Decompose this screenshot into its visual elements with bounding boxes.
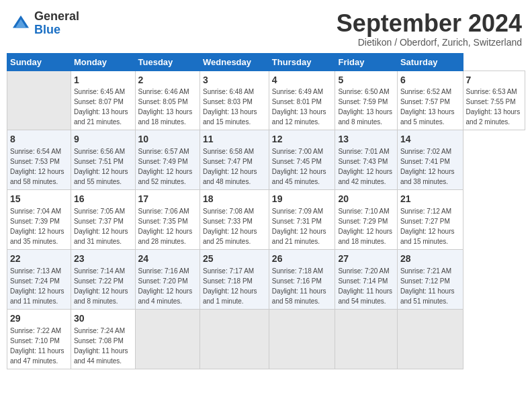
calendar-day-cell [269, 310, 335, 369]
day-info: Sunrise: 6:53 AMSunset: 7:55 PMDaylight:… [466, 88, 521, 126]
page-header: General Blue September 2024 Dietikon / O… [7, 7, 525, 48]
weekday-header-cell: Tuesday [135, 53, 200, 71]
day-info: Sunrise: 7:13 AMSunset: 7:24 PMDaylight:… [10, 267, 64, 305]
calendar-day-cell: 20Sunrise: 7:10 AMSunset: 7:29 PMDayligh… [335, 190, 397, 250]
day-info: Sunrise: 7:10 AMSunset: 7:29 PMDaylight:… [338, 208, 392, 245]
calendar-day-cell: 22Sunrise: 7:13 AMSunset: 7:24 PMDayligh… [7, 250, 71, 310]
day-info: Sunrise: 6:57 AMSunset: 7:49 PMDaylight:… [138, 148, 193, 185]
day-info: Sunrise: 7:05 AMSunset: 7:37 PMDaylight:… [74, 208, 128, 245]
weekday-header-cell: Thursday [269, 53, 335, 71]
calendar-week-row: 8Sunrise: 6:54 AMSunset: 7:53 PMDaylight… [7, 130, 525, 190]
day-number: 7 [466, 74, 522, 87]
day-number: 3 [203, 74, 266, 87]
calendar-day-cell: 15Sunrise: 7:04 AMSunset: 7:39 PMDayligh… [7, 190, 71, 250]
calendar-day-cell: 28Sunrise: 7:21 AMSunset: 7:12 PMDayligh… [397, 250, 463, 310]
day-info: Sunrise: 7:21 AMSunset: 7:12 PMDaylight:… [400, 267, 455, 305]
calendar-day-cell: 10Sunrise: 6:57 AMSunset: 7:49 PMDayligh… [135, 130, 200, 190]
day-info: Sunrise: 6:45 AMSunset: 8:07 PMDaylight:… [74, 88, 128, 126]
weekday-header-cell: Monday [71, 53, 135, 71]
day-number: 30 [74, 312, 132, 325]
day-number: 13 [338, 133, 394, 146]
calendar-day-cell: 21Sunrise: 7:12 AMSunset: 7:27 PMDayligh… [397, 190, 463, 250]
calendar-day-cell: 12Sunrise: 7:00 AMSunset: 7:45 PMDayligh… [269, 130, 335, 190]
weekday-header-cell: Friday [335, 53, 397, 71]
calendar-day-cell: 9Sunrise: 6:56 AMSunset: 7:51 PMDaylight… [71, 130, 135, 190]
day-number: 28 [400, 253, 460, 265]
day-info: Sunrise: 6:49 AMSunset: 8:01 PMDaylight:… [272, 88, 326, 126]
day-info: Sunrise: 7:01 AMSunset: 7:43 PMDaylight:… [338, 148, 392, 185]
calendar-day-cell: 24Sunrise: 7:16 AMSunset: 7:20 PMDayligh… [135, 250, 200, 310]
day-number: 15 [10, 193, 68, 205]
logo-general-text: General [34, 10, 79, 24]
calendar-day-cell: 23Sunrise: 7:14 AMSunset: 7:22 PMDayligh… [71, 250, 135, 310]
weekday-header-cell: Wednesday [200, 53, 269, 71]
weekday-header-cell: Saturday [397, 53, 463, 71]
day-info: Sunrise: 6:50 AMSunset: 7:59 PMDaylight:… [338, 88, 392, 126]
day-number: 23 [74, 253, 132, 265]
day-number: 18 [203, 193, 266, 205]
day-number: 2 [138, 74, 197, 87]
calendar-day-cell [135, 310, 200, 369]
calendar-day-cell: 5Sunrise: 6:50 AMSunset: 7:59 PMDaylight… [335, 71, 397, 130]
calendar-week-row: 15Sunrise: 7:04 AMSunset: 7:39 PMDayligh… [7, 190, 525, 250]
calendar-day-cell: 26Sunrise: 7:18 AMSunset: 7:16 PMDayligh… [269, 250, 335, 310]
calendar-week-row: 29Sunrise: 7:22 AMSunset: 7:10 PMDayligh… [7, 310, 525, 369]
logo-blue-text: Blue [34, 24, 79, 37]
day-info: Sunrise: 6:48 AMSunset: 8:03 PMDaylight:… [203, 88, 257, 126]
day-info: Sunrise: 7:04 AMSunset: 7:39 PMDaylight:… [10, 208, 64, 245]
day-number: 20 [338, 193, 394, 205]
day-number: 21 [400, 193, 460, 205]
day-number: 27 [338, 253, 394, 265]
title-block: September 2024 Dietikon / Oberdorf, Zuri… [337, 10, 522, 48]
day-number: 12 [272, 133, 332, 146]
day-number: 16 [74, 193, 132, 205]
calendar-day-cell: 18Sunrise: 7:08 AMSunset: 7:33 PMDayligh… [200, 190, 269, 250]
day-info: Sunrise: 7:12 AMSunset: 7:27 PMDaylight:… [400, 208, 455, 245]
calendar-day-cell: 7Sunrise: 6:53 AMSunset: 7:55 PMDaylight… [463, 71, 525, 130]
location-text: Dietikon / Oberdorf, Zurich, Switzerland [337, 37, 522, 48]
day-info: Sunrise: 7:02 AMSunset: 7:41 PMDaylight:… [400, 148, 455, 185]
day-info: Sunrise: 7:17 AMSunset: 7:18 PMDaylight:… [203, 267, 257, 305]
calendar-day-cell: 2Sunrise: 6:46 AMSunset: 8:05 PMDaylight… [135, 71, 200, 130]
calendar-day-cell: 8Sunrise: 6:54 AMSunset: 7:53 PMDaylight… [7, 130, 71, 190]
day-number: 6 [400, 74, 460, 87]
day-number: 14 [400, 133, 460, 146]
day-info: Sunrise: 6:52 AMSunset: 7:57 PMDaylight:… [400, 88, 455, 126]
calendar-day-cell [335, 310, 397, 369]
calendar-day-cell: 11Sunrise: 6:58 AMSunset: 7:47 PMDayligh… [200, 130, 269, 190]
calendar-day-cell: 3Sunrise: 6:48 AMSunset: 8:03 PMDaylight… [200, 71, 269, 130]
calendar-day-cell: 29Sunrise: 7:22 AMSunset: 7:10 PMDayligh… [7, 310, 71, 369]
day-info: Sunrise: 7:09 AMSunset: 7:31 PMDaylight:… [272, 208, 326, 245]
calendar-day-cell [200, 310, 269, 369]
calendar-table: SundayMondayTuesdayWednesdayThursdayFrid… [7, 53, 525, 369]
day-number: 11 [203, 133, 266, 146]
day-info: Sunrise: 6:46 AMSunset: 8:05 PMDaylight:… [138, 88, 193, 126]
day-info: Sunrise: 7:06 AMSunset: 7:35 PMDaylight:… [138, 208, 193, 245]
day-number: 24 [138, 253, 197, 265]
calendar-day-cell: 1Sunrise: 6:45 AMSunset: 8:07 PMDaylight… [71, 71, 135, 130]
weekday-header-row: SundayMondayTuesdayWednesdayThursdayFrid… [7, 53, 525, 71]
calendar-day-cell: 16Sunrise: 7:05 AMSunset: 7:37 PMDayligh… [71, 190, 135, 250]
day-number: 17 [138, 193, 197, 205]
day-number: 9 [74, 133, 132, 146]
weekday-header-cell: Sunday [7, 53, 71, 71]
calendar-day-cell: 17Sunrise: 7:06 AMSunset: 7:35 PMDayligh… [135, 190, 200, 250]
day-number: 10 [138, 133, 197, 146]
day-number: 5 [338, 74, 394, 87]
calendar-day-cell: 13Sunrise: 7:01 AMSunset: 7:43 PMDayligh… [335, 130, 397, 190]
calendar-day-cell: 19Sunrise: 7:09 AMSunset: 7:31 PMDayligh… [269, 190, 335, 250]
calendar-day-cell: 4Sunrise: 6:49 AMSunset: 8:01 PMDaylight… [269, 71, 335, 130]
calendar-day-cell: 27Sunrise: 7:20 AMSunset: 7:14 PMDayligh… [335, 250, 397, 310]
calendar-week-row: 1Sunrise: 6:45 AMSunset: 8:07 PMDaylight… [7, 71, 525, 130]
calendar-week-row: 22Sunrise: 7:13 AMSunset: 7:24 PMDayligh… [7, 250, 525, 310]
day-number: 19 [272, 193, 332, 205]
day-number: 26 [272, 253, 332, 265]
day-info: Sunrise: 7:08 AMSunset: 7:33 PMDaylight:… [203, 208, 257, 245]
calendar-day-cell [397, 310, 463, 369]
day-info: Sunrise: 7:22 AMSunset: 7:10 PMDaylight:… [10, 327, 64, 365]
calendar-day-cell: 25Sunrise: 7:17 AMSunset: 7:18 PMDayligh… [200, 250, 269, 310]
day-number: 25 [203, 253, 266, 265]
calendar-body: 1Sunrise: 6:45 AMSunset: 8:07 PMDaylight… [7, 71, 525, 369]
logo-icon [10, 13, 32, 34]
day-number: 1 [74, 74, 132, 87]
